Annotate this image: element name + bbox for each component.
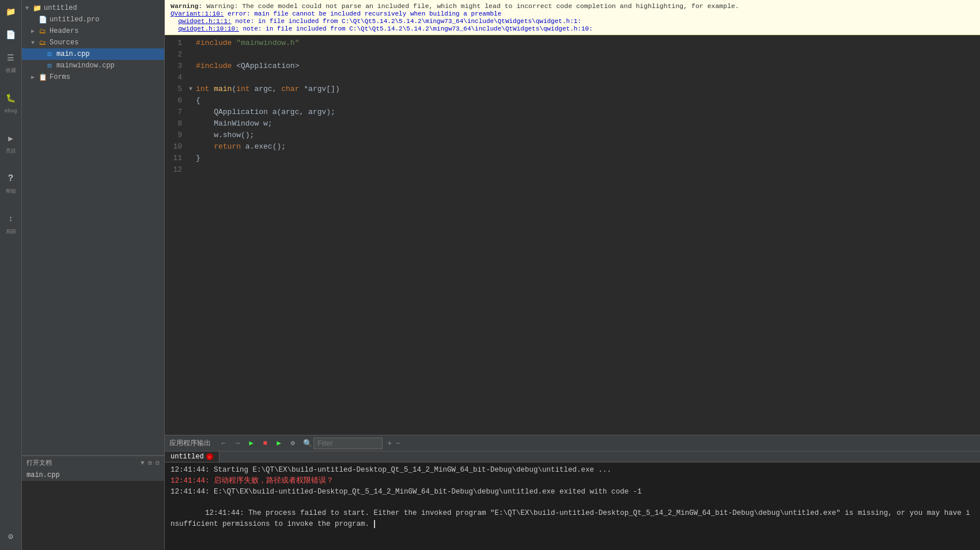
output-line-2: 12:41:44: 启动程序失败，路径或者权限错误？: [171, 476, 974, 487]
tree-item-untitled-pro[interactable]: 📄 untitled.pro: [22, 14, 164, 25]
code-line-5: 5 ▼ int main(int argc, char *argv[]): [165, 84, 980, 95]
code-line-10: 10 return a.exec();: [165, 141, 980, 153]
tab-label-untitled: untitled: [171, 453, 204, 461]
bottom-output: 12:41:44: Starting E:\QT\EX\build-untitl…: [165, 462, 980, 550]
note-text-2: note: in file included from C:\Qt\Qt5.14…: [243, 25, 592, 32]
toolbar-btn-run2[interactable]: ▶: [273, 438, 285, 449]
code-text-10: return a.exec();: [196, 141, 286, 153]
code-text-1: #include "mainwindow.h": [196, 37, 299, 49]
line-num-6: 6: [165, 95, 189, 107]
code-text-9: w.show();: [196, 130, 254, 141]
bottom-tab-untitled[interactable]: untitled ✕: [165, 452, 220, 462]
open-docs-file[interactable]: main.cpp: [22, 469, 164, 481]
code-content: 1 #include "mainwindow.h" 2 3 #include <…: [165, 35, 980, 178]
tree-item-mainwindow-cpp[interactable]: ⊡ mainwindow.cpp: [22, 60, 164, 71]
fold-5[interactable]: ▼: [189, 84, 196, 95]
code-line-12: 12: [165, 164, 980, 176]
tree-label-mainwindow-cpp: mainwindow.cpp: [56, 62, 161, 70]
line-num-12: 12: [165, 164, 189, 176]
code-text-3: #include <QApplication>: [196, 60, 299, 72]
bottom-toolbar-label: 应用程序输出: [169, 438, 211, 448]
sidebar-label-project: 亮目: [6, 149, 16, 154]
error-line-1: QVariant:1:10: error: main file cannot b…: [171, 10, 501, 17]
tree-label-headers: Headers: [50, 27, 161, 35]
cpp-icon-main: ⊡: [45, 50, 54, 59]
filter-input[interactable]: [313, 438, 383, 449]
left-panel: ▼ 📁 untitled 📄 untitled.pro ▶ 🗂 Headers …: [22, 0, 165, 550]
tree-item-main-cpp[interactable]: ⊡ main.cpp: [22, 48, 164, 60]
run-icon-btn[interactable]: ▶: [2, 129, 20, 147]
code-line-1: 1 #include "mainwindow.h": [165, 37, 980, 49]
filter-search-icon: 🔍: [303, 439, 312, 448]
bottom-toolbar: 应用程序输出 ← → ▶ ■ ▶ ⚙ 🔍 + −: [165, 435, 980, 452]
code-line-3: 3 #include <QApplication>: [165, 60, 980, 72]
warning-bold-text: Warning:: [171, 2, 206, 10]
warning-bar: Warning: Warning: The code model could n…: [165, 0, 980, 35]
line-num-1: 1: [165, 37, 189, 49]
debug-icon-btn[interactable]: 🐛: [2, 89, 20, 107]
tree-item-sources[interactable]: ▼ 🗂 Sources: [22, 37, 164, 48]
line-num-5: 5: [165, 84, 189, 95]
note-text-1: note: in file included from C:\Qt\Qt5.14…: [235, 18, 581, 25]
output-cursor: [369, 520, 375, 528]
open-docs-controls: ▼ ⊞ ⊟: [141, 459, 160, 466]
sidebar-label-local: 局部: [6, 230, 16, 235]
bottom-tabs: untitled ✕: [165, 452, 980, 462]
code-line-4: 4: [165, 72, 980, 84]
list-icon-btn[interactable]: ☰: [2, 48, 20, 67]
output-line-1: 12:41:44: Starting E:\QT\EX\build-untitl…: [171, 465, 974, 476]
line-num-4: 4: [165, 72, 189, 84]
code-text-11: }: [196, 153, 200, 164]
toolbar-btn-run[interactable]: ▶: [245, 438, 257, 449]
line-num-8: 8: [165, 118, 189, 130]
note-link-1[interactable]: qwidget.h:1:1:: [178, 18, 231, 25]
code-line-8: 8 MainWindow w;: [165, 118, 980, 130]
error-link-1[interactable]: QVariant:1:10:: [171, 10, 224, 17]
toolbar-btn-settings[interactable]: ⚙: [287, 438, 298, 449]
tree-item-headers[interactable]: ▶ 🗂 Headers: [22, 25, 164, 37]
output-line-3: 12:41:44: E:\QT\EX\build-untitled-Deskto…: [171, 487, 974, 498]
headers-icon: 🗂: [38, 26, 47, 36]
open-docs-preview: [22, 481, 164, 550]
note-link-2[interactable]: qwidget.h:10:10:: [178, 25, 239, 32]
line-num-11: 11: [165, 153, 189, 164]
code-text-6: {: [196, 95, 200, 107]
cpp-icon-mainwindow: ⊡: [45, 61, 54, 70]
arrow-forms: ▶: [31, 74, 38, 81]
output-line-4: 12:41:44: The process failed to start. E…: [171, 497, 974, 540]
file-tree: ▼ 📁 untitled 📄 untitled.pro ▶ 🗂 Headers …: [22, 0, 164, 455]
note-line-1: qwidget.h:1:1: note: in file included fr…: [171, 18, 581, 25]
line-num-7: 7: [165, 107, 189, 118]
code-line-9: 9 w.show();: [165, 130, 980, 141]
code-text-8: MainWindow w;: [196, 118, 273, 130]
tab-close-untitled[interactable]: ✕: [206, 453, 213, 460]
settings-icon-btn[interactable]: ⚙: [2, 527, 20, 545]
code-text-5: int main(int argc, char *argv[]): [196, 84, 340, 95]
tree-label-sources: Sources: [50, 39, 161, 47]
code-line-11: 11 }: [165, 153, 980, 164]
project-icon: 📁: [32, 3, 41, 13]
output-text-4: 12:41:44: The process failed to start. E…: [171, 509, 970, 528]
toolbar-btn-right[interactable]: →: [232, 438, 243, 449]
move-icon-btn[interactable]: ↕: [2, 210, 20, 228]
bottom-panel: 应用程序输出 ← → ▶ ■ ▶ ⚙ 🔍 + − untitled ✕ 12:4…: [165, 435, 980, 550]
minus-btn[interactable]: −: [395, 439, 400, 448]
folder-icon-btn[interactable]: 📁: [2, 2, 20, 21]
help-icon-btn[interactable]: ?: [2, 169, 20, 188]
code-text-7: QApplication a(argc, argv);: [196, 107, 335, 118]
toolbar-btn-left[interactable]: ←: [218, 438, 229, 449]
tree-label-pro: untitled.pro: [50, 16, 161, 24]
warning-text: Warning: The code model could not parse …: [206, 2, 739, 10]
plus-btn[interactable]: +: [387, 439, 392, 448]
code-editor[interactable]: 1 #include "mainwindow.h" 2 3 #include <…: [165, 35, 980, 435]
tree-item-untitled[interactable]: ▼ 📁 untitled: [22, 2, 164, 14]
tree-item-forms[interactable]: ▶ 📋 Forms: [22, 71, 164, 83]
line-num-2: 2: [165, 49, 189, 60]
file-icon-btn[interactable]: 📄: [2, 25, 20, 44]
sidebar-icons: 📁 📄 ☰ 收藏 🐛 ebug ▶ 亮目 ? 帮助 ↕ 局部 ⚙: [0, 0, 22, 550]
line-num-3: 3: [165, 60, 189, 72]
open-docs-header: 打开文档 ▼ ⊞ ⊟: [22, 456, 164, 469]
tree-label-main-cpp: main.cpp: [56, 50, 161, 58]
toolbar-btn-stop[interactable]: ■: [259, 438, 271, 449]
sidebar-label-help: 帮助: [6, 189, 16, 195]
